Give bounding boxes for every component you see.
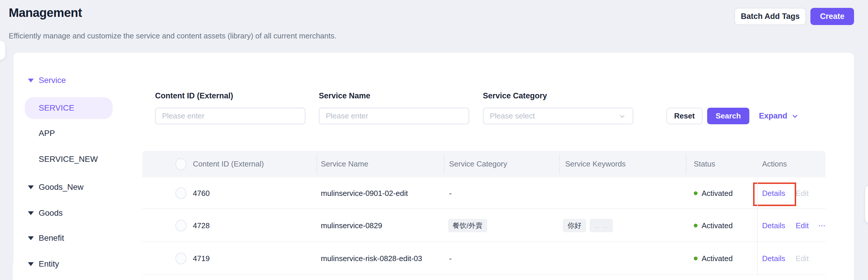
status-dot-icon: [694, 257, 698, 260]
cell-content-id: 4719: [193, 254, 210, 263]
cell-actions: DetailsEdit⋯: [762, 221, 826, 230]
filter-label-content-id: Content ID (External): [155, 91, 233, 101]
cell-service-category: 餐饮/外賣: [448, 219, 491, 232]
header-separator: [316, 154, 317, 174]
service-name-input[interactable]: [319, 108, 469, 124]
sidebar-item-label: Goods_New: [39, 183, 84, 192]
cell-service-name: mulinservice-0901-02-edit: [321, 189, 408, 198]
table-header: Content ID (External) Service Name Servi…: [142, 151, 826, 177]
chevron-down-icon: [791, 112, 799, 120]
sidebar-item-goods_new[interactable]: Goods_New: [13, 180, 116, 194]
fixed-actions-column-divider: [757, 177, 758, 275]
column-header-service-name: Service Name: [321, 151, 368, 177]
sidebar-item-service_new[interactable]: SERVICE_NEW: [13, 152, 116, 167]
cell-content-id: 4760: [193, 189, 210, 198]
caret-down-icon[interactable]: [28, 186, 34, 189]
row-checkbox[interactable]: [176, 253, 186, 264]
cell-service-name: mulinservice-0829: [321, 221, 382, 230]
create-button[interactable]: Create: [810, 8, 854, 25]
caret-down-icon[interactable]: [28, 262, 34, 266]
category-tag: 餐饮/外賣: [448, 219, 487, 232]
header-separator: [686, 154, 686, 174]
filter-label-service-name: Service Name: [319, 91, 370, 101]
sidebar-item-label: Entity: [39, 259, 59, 269]
sidebar-item-label: Goods: [39, 208, 63, 218]
edit-link: Edit: [796, 254, 809, 263]
sidebar-item-entity[interactable]: Entity: [13, 257, 116, 271]
keyword-tag: 你好: [563, 219, 586, 232]
row-checkbox[interactable]: [176, 188, 186, 199]
row-checkbox[interactable]: [176, 220, 186, 231]
column-header-service-keywords: Service Keywords: [565, 151, 626, 177]
status-badge: Activated: [694, 221, 733, 230]
filter-label-service-category: Service Category: [483, 91, 547, 101]
header-separator: [559, 154, 560, 174]
status-dot-icon: [694, 191, 698, 195]
content-id-input[interactable]: [155, 108, 305, 124]
page-title: Management: [9, 6, 82, 20]
table-row: 4760mulinservice-0901-02-edit-ActivatedD…: [142, 177, 826, 209]
expand-toggle[interactable]: Expand: [759, 108, 799, 124]
keyword-tag: .. ..: [590, 219, 613, 232]
content-card: ServiceSERVICEAPPSERVICE_NEWGoods_NewGoo…: [13, 53, 854, 280]
status-badge: Activated: [694, 254, 733, 263]
chevron-down-icon: [618, 112, 626, 120]
sidebar-item-service[interactable]: SERVICE: [13, 101, 116, 115]
service-category-select[interactable]: Please select: [483, 108, 633, 124]
caret-down-icon[interactable]: [28, 211, 34, 215]
services-table: Content ID (External) Service Name Servi…: [142, 151, 826, 280]
cell-service-keywords: 你好.. ..: [563, 219, 616, 232]
sidebar-item-goods[interactable]: Goods: [13, 206, 116, 220]
column-header-service-category: Service Category: [449, 151, 507, 177]
sidebar-item-label: SERVICE_NEW: [39, 155, 98, 164]
sidebar-item-label: Service: [39, 76, 66, 85]
status-badge: Activated: [694, 189, 733, 198]
row-separator: [142, 275, 826, 275]
sidebar-item-label: Benefit: [39, 233, 64, 243]
table-row: 4719mulinservice-risk-0828-edit-03-Activ…: [142, 242, 826, 275]
cell-service-category: -: [449, 189, 452, 198]
column-header-content-id: Content ID (External): [193, 151, 264, 177]
cell-service-category: -: [449, 254, 452, 263]
details-link[interactable]: Details: [762, 221, 785, 230]
more-actions-button[interactable]: ⋯: [818, 221, 826, 230]
edit-link[interactable]: Edit: [796, 221, 809, 230]
batch-add-tags-button[interactable]: Batch Add Tags: [735, 8, 806, 25]
header-separator: [444, 154, 444, 174]
sidebar-item-label: APP: [39, 129, 55, 138]
page-subtitle: Efficiently manage and customize the ser…: [9, 31, 337, 40]
cell-actions: DetailsEdit: [762, 189, 809, 198]
table-row: 4728mulinservice-0829餐饮/外賣你好.. ..Activat…: [142, 209, 826, 242]
cell-service-name: mulinservice-risk-0828-edit-03: [321, 254, 422, 263]
floating-widget-handle[interactable]: [865, 184, 868, 224]
status-label: Activated: [702, 254, 733, 263]
status-label: Activated: [702, 221, 733, 230]
column-header-actions: Actions: [762, 151, 787, 177]
caret-down-icon[interactable]: [28, 79, 34, 82]
sidebar-item-label: SERVICE: [39, 103, 74, 113]
search-button[interactable]: Search: [707, 108, 749, 124]
cell-actions: DetailsEdit: [762, 254, 809, 263]
service-category-placeholder: Please select: [490, 111, 618, 120]
cell-content-id: 4728: [193, 221, 210, 230]
caret-down-icon[interactable]: [28, 236, 34, 240]
details-link[interactable]: Details: [762, 254, 785, 263]
sidebar-item-app[interactable]: APP: [13, 126, 116, 141]
reset-button[interactable]: Reset: [666, 108, 703, 124]
edit-link: Edit: [796, 189, 809, 198]
status-dot-icon: [694, 224, 698, 227]
sidebar-collapse-handle[interactable]: [0, 41, 5, 60]
sidebar-item-benefit[interactable]: Benefit: [13, 231, 116, 245]
status-label: Activated: [702, 189, 733, 198]
sidebar-item-service[interactable]: Service: [13, 73, 116, 88]
column-header-status: Status: [694, 151, 715, 177]
select-all-checkbox[interactable]: [176, 158, 186, 170]
details-link[interactable]: Details: [762, 189, 785, 198]
expand-label: Expand: [759, 111, 787, 120]
